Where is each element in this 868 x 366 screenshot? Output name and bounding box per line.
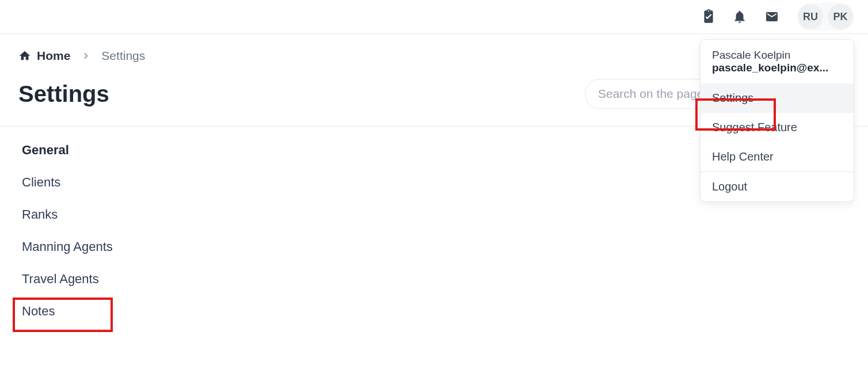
nav-item-travel-agents[interactable]: Travel Agents	[22, 272, 846, 287]
dropdown-item-settings[interactable]: Settings	[701, 83, 854, 113]
nav-item-ranks[interactable]: Ranks	[22, 207, 846, 222]
chevron-right-icon	[81, 51, 91, 61]
breadcrumb-home[interactable]: Home	[18, 49, 70, 63]
dropdown-header: Pascale Koelpin pascale_koelpin@ex...	[701, 40, 854, 83]
clipboard-icon[interactable]	[701, 9, 716, 24]
language-badge[interactable]: RU	[798, 4, 823, 29]
mail-icon[interactable]	[763, 10, 781, 24]
breadcrumb-home-label: Home	[37, 49, 70, 63]
breadcrumb-current: Settings	[101, 49, 145, 63]
dropdown-item-suggest[interactable]: Suggest Feature	[701, 113, 854, 142]
user-dropdown: Pascale Koelpin pascale_koelpin@ex... Se…	[700, 39, 854, 202]
lang-avatar-group: RU PK	[797, 3, 854, 30]
dropdown-user-name: Pascale Koelpin	[712, 49, 842, 62]
dropdown-item-logout[interactable]: Logout	[701, 172, 854, 201]
dropdown-item-help[interactable]: Help Center	[701, 142, 854, 171]
page-title: Settings	[18, 81, 109, 107]
nav-item-manning-agents[interactable]: Manning Agents	[22, 239, 846, 254]
home-icon	[18, 49, 31, 62]
avatar[interactable]: PK	[828, 4, 853, 29]
bell-icon[interactable]	[732, 9, 747, 24]
nav-item-notes[interactable]: Notes	[22, 304, 846, 319]
topbar: RU PK	[0, 0, 868, 33]
dropdown-user-email: pascale_koelpin@ex...	[712, 62, 842, 74]
